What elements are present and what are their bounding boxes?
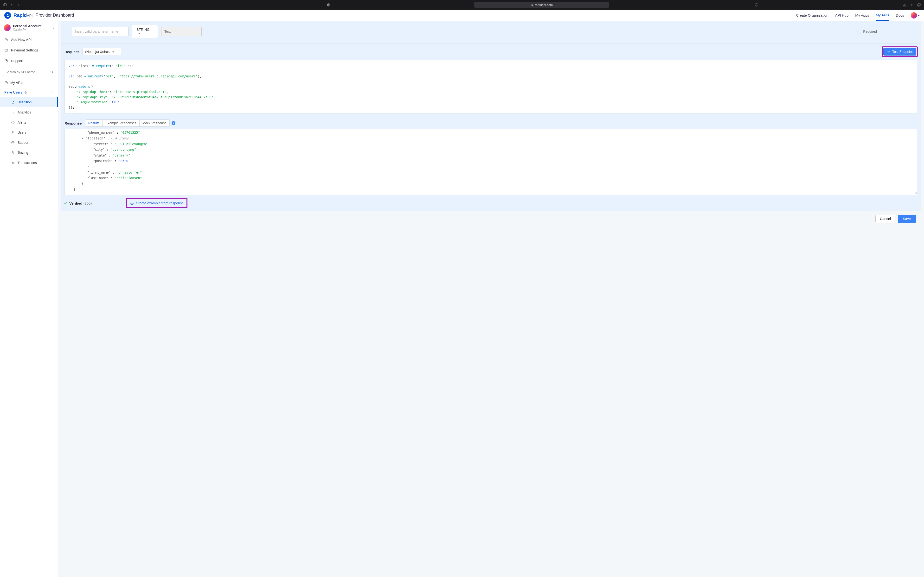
param-type-select[interactable]: STRING xyxy=(132,25,158,38)
tab-example-responses[interactable]: Example Responses xyxy=(102,120,139,126)
sidebar-toggle-icon[interactable] xyxy=(3,3,7,7)
response-title: Response xyxy=(65,121,82,125)
chevron-down-icon: ⌄ xyxy=(52,26,55,29)
search-wrap xyxy=(0,66,58,78)
shield-icon[interactable] xyxy=(326,3,331,7)
account-name: Catalin Pit xyxy=(13,28,42,31)
flask-icon xyxy=(11,151,15,155)
back-icon[interactable] xyxy=(10,3,14,7)
required-label: Required xyxy=(863,29,877,34)
param-text-input[interactable] xyxy=(161,27,202,36)
account-switcher[interactable]: Personal Account Catalin Pit ⌄ xyxy=(0,21,58,34)
search-button[interactable] xyxy=(49,68,55,76)
language-select[interactable]: (Node.js) Unirest xyxy=(82,48,121,55)
sidebar-item-label: Add New API xyxy=(11,38,32,42)
lock-icon xyxy=(24,91,27,94)
cancel-button[interactable]: Cancel xyxy=(876,215,895,223)
compass-icon xyxy=(11,141,15,145)
save-button[interactable]: Save xyxy=(898,215,916,223)
svg-point-16 xyxy=(5,81,8,84)
url-text: rapidapi.com xyxy=(535,3,553,7)
tabs-icon[interactable] xyxy=(917,3,921,7)
sidebar-item-label: Transactions xyxy=(18,161,37,165)
svg-rect-2 xyxy=(531,5,533,6)
nav-my-apis[interactable]: My APIs xyxy=(876,10,889,21)
refresh-icon[interactable] xyxy=(754,3,759,7)
footer-buttons: Cancel Save xyxy=(61,211,921,226)
nav-docs[interactable]: Docs xyxy=(896,10,904,20)
sidebar-item-label: Alerts xyxy=(18,121,26,124)
svg-point-14 xyxy=(50,71,52,73)
highlight-test-endpoint: Test Endpoint xyxy=(882,47,918,57)
verified-label: Verified xyxy=(69,201,82,205)
nav-links: Create Organization API Hub My Apps My A… xyxy=(796,10,920,21)
search-input[interactable] xyxy=(3,68,49,76)
tab-mock-response[interactable]: Mock Response xyxy=(140,120,170,126)
search-icon xyxy=(50,71,54,74)
sidebar-item-alerts[interactable]: Alerts xyxy=(0,117,58,127)
status-row: Verified (200) Create example from respo… xyxy=(61,195,921,211)
sidebar-item-label: Definition xyxy=(18,100,32,104)
url-bar[interactable]: rapidapi.com xyxy=(474,2,609,8)
sidebar-item-transactions[interactable]: Transactions xyxy=(0,158,58,168)
sidebar-add-api[interactable]: Add New API xyxy=(0,34,58,45)
swap-icon xyxy=(887,50,890,53)
sidebar-item-label: Analytics xyxy=(18,110,31,114)
sidebar-payment[interactable]: Payment Settings xyxy=(0,45,58,56)
status-code: (200) xyxy=(83,201,92,205)
page-title: Provider Dashboard xyxy=(36,13,74,18)
create-example-button[interactable]: Create example from response xyxy=(130,201,184,205)
sidebar-support-top[interactable]: Support xyxy=(0,56,58,66)
nav-create-org[interactable]: Create Organization xyxy=(796,10,828,20)
svg-point-23 xyxy=(11,141,14,144)
svg-point-22 xyxy=(12,131,13,132)
svg-point-26 xyxy=(13,163,14,164)
sidebar-item-support[interactable]: Support xyxy=(0,137,58,148)
svg-rect-0 xyxy=(3,3,6,6)
sidebar-section-myapis[interactable]: My APIs xyxy=(0,78,58,87)
chevron-up-icon: ⌃ xyxy=(51,90,54,94)
api-name: Fake Users xyxy=(4,90,22,94)
bar-chart-icon xyxy=(11,111,15,114)
plus-circle-icon xyxy=(130,201,134,205)
sidebar-section-label: My APIs xyxy=(10,81,23,85)
new-tab-icon[interactable] xyxy=(909,3,914,7)
logo[interactable]: RapidAPI xyxy=(4,12,33,19)
sidebar-item-label: Support xyxy=(11,59,23,63)
svg-line-30 xyxy=(916,193,917,194)
button-label: Test Endpoint xyxy=(892,50,913,53)
clock-icon xyxy=(11,121,15,124)
checkbox-icon xyxy=(858,30,861,34)
resize-handle-icon[interactable] xyxy=(914,111,917,113)
sidebar-item-users[interactable]: Users xyxy=(0,127,58,137)
sidebar-api-fake-users[interactable]: Fake Users ⌃ xyxy=(0,87,58,97)
response-json[interactable]: "phone_number" : "05761325" ▾ "location"… xyxy=(65,129,918,195)
highlight-create-example: Create example from response xyxy=(126,198,187,208)
user-menu[interactable]: ▾ xyxy=(911,12,920,19)
svg-line-28 xyxy=(916,112,917,113)
share-icon[interactable] xyxy=(902,3,907,7)
required-checkbox[interactable]: Required xyxy=(858,29,877,34)
svg-line-27 xyxy=(915,111,917,113)
nav-my-apps[interactable]: My Apps xyxy=(855,10,869,20)
nav-api-hub[interactable]: API Hub xyxy=(835,10,848,20)
chevron-down-icon: ▾ xyxy=(918,13,920,17)
info-icon[interactable]: i xyxy=(171,121,175,125)
test-endpoint-button[interactable]: Test Endpoint xyxy=(883,48,916,56)
browser-chrome: rapidapi.com xyxy=(0,0,924,10)
sidebar-item-label: Users xyxy=(18,131,26,134)
forward-icon[interactable] xyxy=(16,3,21,7)
tab-results[interactable]: Results xyxy=(86,120,103,126)
sidebar-item-definition[interactable]: Definition xyxy=(0,97,58,107)
response-bar: Response Results Example Responses Mock … xyxy=(61,117,921,127)
resize-handle-icon[interactable] xyxy=(914,192,917,194)
button-label: Create example from response xyxy=(136,201,184,205)
sidebar-item-analytics[interactable]: Analytics xyxy=(0,107,58,117)
sidebar-item-testing[interactable]: Testing xyxy=(0,148,58,158)
param-name-input[interactable] xyxy=(72,27,129,36)
sidebar-item-label: Payment Settings xyxy=(11,48,39,52)
logo-text: RapidAPI xyxy=(13,13,33,18)
request-code[interactable]: var unirest = require("unirest"); var re… xyxy=(65,60,918,114)
svg-line-15 xyxy=(52,73,53,73)
request-bar: Request (Node.js) Unirest Test Endpoint xyxy=(61,44,921,60)
